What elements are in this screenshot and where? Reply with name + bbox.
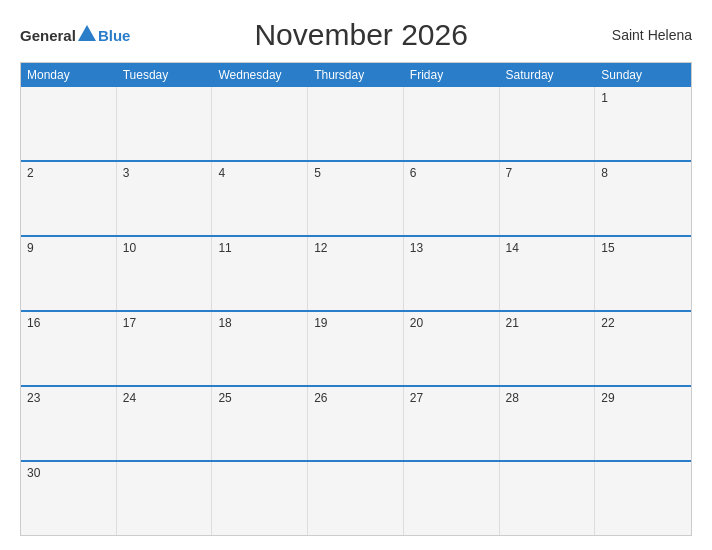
logo-triangle-icon	[78, 25, 96, 41]
day-cell: 12	[308, 237, 404, 310]
logo: General Blue	[20, 27, 130, 44]
week-row-2: 9101112131415	[21, 235, 691, 310]
week-row-1: 2345678	[21, 160, 691, 235]
day-number: 21	[506, 316, 519, 330]
day-headers: MondayTuesdayWednesdayThursdayFridaySatu…	[21, 63, 691, 87]
day-cell	[595, 462, 691, 535]
day-number: 3	[123, 166, 130, 180]
day-cell: 19	[308, 312, 404, 385]
day-cell	[500, 87, 596, 160]
day-number: 16	[27, 316, 40, 330]
day-number: 23	[27, 391, 40, 405]
day-cell: 13	[404, 237, 500, 310]
day-number: 6	[410, 166, 417, 180]
day-header-thursday: Thursday	[308, 63, 404, 87]
day-cell: 18	[212, 312, 308, 385]
day-number: 13	[410, 241, 423, 255]
month-title: November 2026	[130, 18, 592, 52]
day-cell	[308, 87, 404, 160]
day-cell	[500, 462, 596, 535]
day-header-sunday: Sunday	[595, 63, 691, 87]
day-number: 1	[601, 91, 608, 105]
day-number: 2	[27, 166, 34, 180]
day-number: 29	[601, 391, 614, 405]
day-cell: 16	[21, 312, 117, 385]
day-cell	[404, 462, 500, 535]
day-number: 22	[601, 316, 614, 330]
day-cell: 3	[117, 162, 213, 235]
day-header-friday: Friday	[404, 63, 500, 87]
day-number: 9	[27, 241, 34, 255]
day-cell: 14	[500, 237, 596, 310]
calendar: MondayTuesdayWednesdayThursdayFridaySatu…	[20, 62, 692, 536]
day-cell	[212, 87, 308, 160]
day-cell: 20	[404, 312, 500, 385]
day-cell: 10	[117, 237, 213, 310]
day-cell: 6	[404, 162, 500, 235]
day-header-saturday: Saturday	[500, 63, 596, 87]
day-cell: 30	[21, 462, 117, 535]
location-label: Saint Helena	[592, 27, 692, 43]
day-number: 17	[123, 316, 136, 330]
day-number: 19	[314, 316, 327, 330]
day-cell	[117, 87, 213, 160]
day-cell: 23	[21, 387, 117, 460]
day-cell: 2	[21, 162, 117, 235]
day-cell	[117, 462, 213, 535]
day-number: 11	[218, 241, 231, 255]
day-number: 5	[314, 166, 321, 180]
day-cell: 15	[595, 237, 691, 310]
day-number: 8	[601, 166, 608, 180]
day-cell: 24	[117, 387, 213, 460]
day-cell	[212, 462, 308, 535]
day-cell: 27	[404, 387, 500, 460]
day-cell: 25	[212, 387, 308, 460]
day-number: 28	[506, 391, 519, 405]
week-row-3: 16171819202122	[21, 310, 691, 385]
week-row-0: 1	[21, 87, 691, 160]
logo-blue-text: Blue	[98, 27, 131, 44]
day-cell: 17	[117, 312, 213, 385]
weeks-container: 1234567891011121314151617181920212223242…	[21, 87, 691, 535]
day-number: 14	[506, 241, 519, 255]
day-number: 30	[27, 466, 40, 480]
day-cell: 7	[500, 162, 596, 235]
day-cell: 22	[595, 312, 691, 385]
day-cell: 29	[595, 387, 691, 460]
day-header-wednesday: Wednesday	[212, 63, 308, 87]
day-cell: 1	[595, 87, 691, 160]
day-number: 10	[123, 241, 136, 255]
day-number: 12	[314, 241, 327, 255]
day-cell	[21, 87, 117, 160]
day-cell	[308, 462, 404, 535]
day-cell: 26	[308, 387, 404, 460]
day-number: 27	[410, 391, 423, 405]
day-number: 20	[410, 316, 423, 330]
logo-general-text: General	[20, 27, 76, 44]
page-header: General Blue November 2026 Saint Helena	[20, 18, 692, 52]
day-cell: 4	[212, 162, 308, 235]
week-row-5: 30	[21, 460, 691, 535]
day-number: 25	[218, 391, 231, 405]
day-number: 7	[506, 166, 513, 180]
day-number: 26	[314, 391, 327, 405]
day-number: 24	[123, 391, 136, 405]
week-row-4: 23242526272829	[21, 385, 691, 460]
day-cell: 11	[212, 237, 308, 310]
day-cell: 8	[595, 162, 691, 235]
day-cell: 21	[500, 312, 596, 385]
day-header-monday: Monday	[21, 63, 117, 87]
day-cell: 9	[21, 237, 117, 310]
day-cell	[404, 87, 500, 160]
day-number: 4	[218, 166, 225, 180]
day-cell: 5	[308, 162, 404, 235]
day-header-tuesday: Tuesday	[117, 63, 213, 87]
day-cell: 28	[500, 387, 596, 460]
day-number: 18	[218, 316, 231, 330]
day-number: 15	[601, 241, 614, 255]
